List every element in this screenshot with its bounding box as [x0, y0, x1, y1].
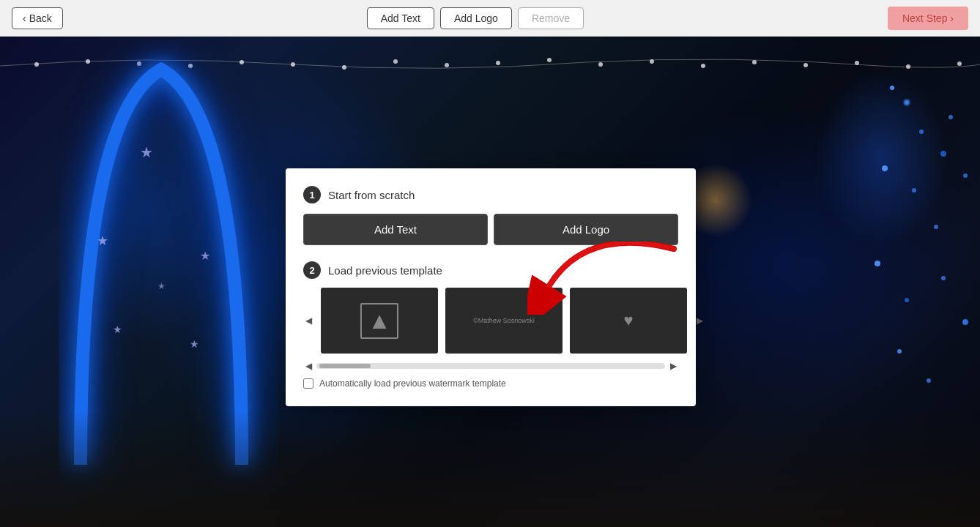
toolbar: ‹ Back Add Text Add Logo Remove Next Ste… [0, 0, 980, 37]
svg-point-25 [904, 100, 910, 105]
svg-point-31 [882, 165, 888, 171]
section1-number: 1 [303, 186, 321, 203]
template-1[interactable]: ▲ [321, 288, 438, 354]
section2-header: 2 Load previous template [303, 261, 678, 279]
svg-point-37 [962, 319, 968, 325]
svg-point-35 [905, 298, 909, 302]
section2-number: 2 [303, 261, 321, 279]
toolbar-center: Add Text Add Logo Remove [367, 7, 584, 29]
section2-title: Load previous template [328, 264, 442, 277]
svg-text:★: ★ [140, 144, 153, 160]
svg-point-36 [941, 276, 946, 280]
back-label: Back [29, 12, 52, 24]
template-3-icon: ♥ [623, 311, 633, 330]
scrollbar-left-icon[interactable]: ◀ [303, 361, 313, 371]
toolbar-add-text-button[interactable]: Add Text [367, 7, 434, 29]
section1-header: 1 Start from scratch [303, 186, 678, 203]
svg-point-28 [940, 151, 946, 157]
templates-row: ◀ ▲ ©Mathew Sosnowski ♥ ▶ [303, 288, 678, 354]
svg-point-34 [875, 261, 880, 266]
svg-point-27 [890, 86, 894, 90]
svg-text:★: ★ [200, 250, 210, 262]
svg-point-8 [445, 63, 449, 67]
svg-point-9 [496, 61, 500, 65]
svg-point-33 [963, 173, 968, 178]
template-1-icon: ▲ [360, 303, 398, 339]
auto-load-row: Automatically load previous watermark te… [303, 378, 678, 389]
toolbar-add-logo-button[interactable]: Add Logo [440, 7, 512, 29]
svg-point-32 [934, 225, 938, 229]
next-step-button[interactable]: Next Step › [888, 7, 968, 30]
right-lights [687, 44, 980, 410]
modal-dialog: 1 Start from scratch Add Text Add Logo 2… [286, 168, 696, 406]
toolbar-right: Next Step › [888, 7, 968, 30]
scroll-right-icon[interactable]: ▶ [694, 315, 705, 326]
auto-load-checkbox[interactable] [303, 378, 313, 389]
svg-text:★: ★ [157, 281, 166, 291]
back-chevron-icon: ‹ [23, 12, 26, 24]
svg-point-7 [393, 59, 398, 64]
svg-text:★: ★ [97, 233, 108, 248]
scroll-handle[interactable] [319, 364, 371, 368]
svg-point-6 [342, 65, 346, 70]
scroll-left-icon[interactable]: ◀ [303, 315, 313, 326]
svg-point-30 [912, 188, 916, 193]
toolbar-left: ‹ Back [12, 7, 63, 29]
toolbar-remove-button[interactable]: Remove [518, 7, 584, 29]
template-2-text: ©Mathew Sosnowski [473, 317, 535, 324]
svg-point-38 [897, 349, 902, 354]
scrollbar-right-icon[interactable]: ▶ [668, 361, 678, 371]
svg-point-39 [927, 378, 931, 383]
svg-point-5 [291, 62, 295, 67]
scroll-row: ◀ ▶ [303, 361, 678, 371]
svg-point-26 [919, 130, 924, 134]
ground-area [0, 410, 980, 527]
modal-add-text-button[interactable]: Add Text [303, 214, 488, 245]
svg-point-29 [949, 115, 953, 119]
modal-action-buttons: Add Text Add Logo [303, 214, 678, 245]
template-3[interactable]: ♥ [570, 288, 687, 354]
svg-point-0 [34, 62, 39, 67]
back-button[interactable]: ‹ Back [12, 7, 63, 29]
section1-title: Start from scratch [328, 189, 415, 201]
svg-point-10 [547, 58, 552, 62]
svg-text:★: ★ [190, 338, 199, 350]
svg-text:★: ★ [113, 324, 122, 335]
template-2[interactable]: ©Mathew Sosnowski [445, 288, 563, 354]
scroll-track[interactable] [316, 363, 665, 369]
auto-load-label: Automatically load previous watermark te… [319, 378, 506, 389]
modal-add-logo-button[interactable]: Add Logo [494, 214, 678, 245]
svg-point-11 [598, 62, 603, 67]
svg-point-12 [650, 59, 654, 64]
